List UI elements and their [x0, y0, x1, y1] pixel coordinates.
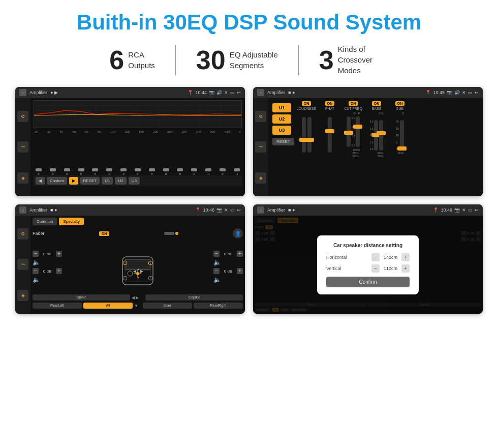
phat-label: PHAT	[325, 107, 334, 110]
eq-curve-svg	[34, 101, 241, 128]
vol-minus-2[interactable]: −	[33, 268, 39, 274]
eq-slider-0[interactable]: 0	[35, 171, 43, 175]
minimize-icon-4: ▭	[468, 207, 473, 213]
u3-btn[interactable]: U3	[272, 126, 291, 135]
home-icon-1[interactable]: ⌂	[19, 89, 26, 96]
speaker-icon-row-1: 🔈	[33, 259, 62, 266]
vertical-plus[interactable]: +	[401, 264, 410, 273]
vol-plus-3[interactable]: +	[237, 251, 243, 257]
eq-slider-13[interactable]: 0	[219, 171, 227, 175]
vol-minus-3[interactable]: −	[213, 251, 220, 257]
play-button[interactable]: ▶	[69, 177, 78, 185]
vertical-minus[interactable]: −	[371, 264, 380, 273]
vol-row-3: − 0 dB +	[213, 251, 243, 257]
cutfreq-control: ON CUT FREQ G F 3.02.11.30.5	[343, 101, 363, 193]
u3-button-1[interactable]: U3	[129, 177, 140, 185]
eq-slider-14[interactable]: -1	[233, 171, 241, 175]
eq-slider-3[interactable]: 5	[77, 171, 85, 175]
eq-slider-12[interactable]: -1	[204, 171, 212, 175]
rearright-btn[interactable]: RearRight	[194, 303, 243, 309]
fader-on-toggle[interactable]: ON	[99, 231, 110, 236]
eq-slider-6[interactable]: 0	[119, 171, 128, 175]
reset-button-1[interactable]: RESET	[80, 177, 100, 185]
vol-plus-4[interactable]: +	[237, 268, 243, 274]
home-icon-2[interactable]: ⌂	[257, 89, 264, 96]
all-btn[interactable]: All	[83, 303, 133, 309]
eq-slider-7[interactable]: 0	[134, 171, 142, 175]
u2-btn[interactable]: U2	[272, 114, 291, 124]
fader-tabs: Common Specialty	[33, 218, 243, 225]
eq-settings-icon: ⚙	[21, 114, 25, 119]
prev-button[interactable]: ◀	[36, 177, 45, 185]
eq-slider-11[interactable]: 0	[190, 171, 198, 175]
location-icon-2: 📍	[425, 90, 431, 95]
status-bar-right-3: 📍 10:46 📷 ✕ ▭ ↩	[195, 207, 241, 213]
home-icon-4[interactable]: ⌂	[257, 206, 264, 214]
confirm-button[interactable]: Confirm	[326, 277, 410, 287]
u1-btn[interactable]: U1	[272, 103, 291, 112]
vertical-value: 110cm	[382, 266, 399, 271]
eq-slider-4[interactable]: 0	[91, 171, 99, 175]
vol-plus-1[interactable]: +	[56, 251, 62, 257]
fader-avatar: 👤	[233, 228, 243, 238]
eq-content-1: ⚙ 〜 ◈	[15, 98, 245, 196]
amp-sidebar-btn-2[interactable]: 〜	[255, 141, 266, 153]
copilot-btn[interactable]: Copilot	[145, 294, 243, 301]
rearleft-btn[interactable]: RearLeft	[33, 303, 82, 309]
phat-control: ON PHAT	[320, 101, 340, 193]
bass-on: ON	[372, 101, 382, 106]
vol-plus-2[interactable]: +	[56, 268, 62, 274]
status-bar-3: ⌂ Amplifier ■ ● 📍 10:46 📷 ✕ ▭ ↩	[15, 204, 245, 216]
horizontal-label: Horizontal	[326, 255, 352, 260]
horizontal-minus[interactable]: −	[371, 253, 380, 261]
amp-sidebar-btn-1[interactable]: ⚙	[255, 111, 266, 122]
vertical-control: − 110cm +	[371, 264, 410, 273]
amp-reset[interactable]: RESET	[272, 138, 294, 145]
eq-slider-1[interactable]: 0	[49, 171, 57, 175]
app-title-3: Amplifier	[29, 207, 47, 213]
vol-minus-4[interactable]: −	[213, 268, 220, 274]
fader-sb-btn-1[interactable]: ⚙	[17, 228, 28, 240]
tab-common[interactable]: Common	[33, 218, 57, 225]
location-icon-1: 📍	[188, 90, 193, 95]
fader-main: Common Specialty Fader ON	[30, 216, 245, 314]
eq-sidebar-btn-2[interactable]: 〜	[17, 141, 28, 153]
vol-value-4: 0 dB	[221, 269, 235, 274]
eq-sidebar-btn-1[interactable]: ⚙	[17, 111, 28, 122]
app-title-1: Amplifier	[29, 90, 47, 95]
right-controls: − 0 dB + 🔈 − 0 dB +	[213, 251, 243, 283]
eq-slider-5[interactable]: 0	[105, 171, 113, 175]
horizontal-plus[interactable]: +	[401, 253, 410, 261]
screen-dialog: ⌂ Amplifier ■ ● 📍 10:46 📷 ✕ ▭ ↩	[253, 204, 483, 314]
eq-sidebar-btn-3[interactable]: ◈	[17, 172, 28, 184]
u2-button-1[interactable]: U2	[115, 177, 126, 185]
eq-slider-10[interactable]: 0	[176, 171, 184, 175]
eq-graph-1	[34, 100, 242, 128]
u1-button-1[interactable]: U1	[102, 177, 113, 185]
amp-icon-2: 〜	[259, 144, 263, 151]
amp-sidebar-btn-3[interactable]: ◈	[255, 172, 266, 184]
cutfreq-label: CUT FREQ	[344, 107, 362, 110]
eq-slider-8[interactable]: 0	[148, 171, 156, 175]
driver-btn[interactable]: Driver	[33, 294, 130, 301]
status-bar-4: ⌂ Amplifier ■ ● 📍 10:46 📷 ✕ ▭ ↩	[253, 204, 483, 216]
phat-on: ON	[325, 101, 335, 106]
tab-specialty[interactable]: Specialty	[59, 218, 83, 225]
fader-sb-btn-2[interactable]: 〜	[17, 259, 28, 270]
x-icon-3: ✕	[224, 207, 228, 213]
camera-icon-1: 📷	[209, 90, 214, 95]
eq-speaker-icon: ◈	[21, 175, 25, 181]
eq-slider-2[interactable]: 0	[63, 171, 71, 175]
back-icon-2: ↩	[475, 90, 479, 95]
status-bar-left-4: ⌂ Amplifier ■ ●	[257, 206, 295, 214]
user-btn[interactable]: User	[143, 303, 192, 309]
fader-header: Fader ON 👤	[33, 228, 243, 238]
app-title-2: Amplifier	[267, 90, 285, 95]
time-2: 10:45	[433, 90, 445, 95]
speaker-icon-row-4: 🔈	[213, 276, 243, 283]
fader-sb-btn-3[interactable]: ◈	[17, 290, 28, 301]
vol-minus-1[interactable]: −	[33, 251, 39, 257]
stat-rca-number: 6	[109, 47, 124, 73]
home-icon-3[interactable]: ⌂	[19, 206, 26, 214]
eq-slider-9[interactable]: 0	[162, 171, 170, 175]
